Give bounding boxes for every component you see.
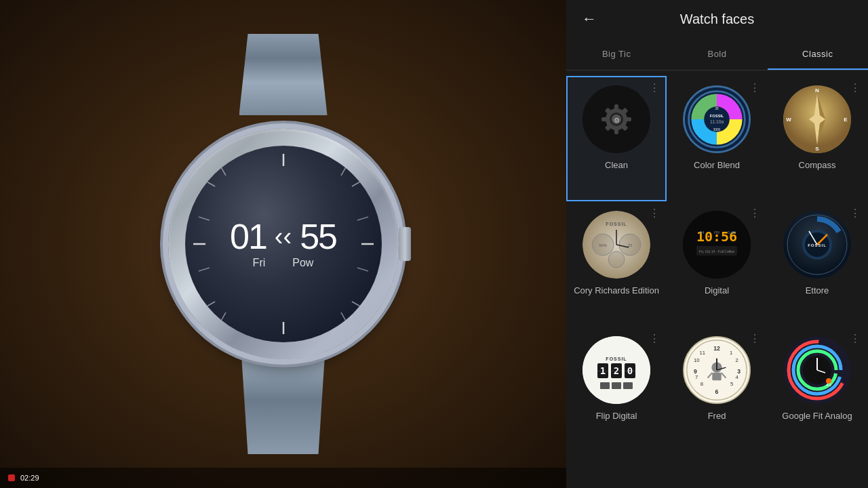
watch-preview-panel: 01 ‹‹ 55 Fri Pow 02:29: [0, 0, 566, 488]
svg-line-14: [199, 268, 210, 271]
more-menu-clean[interactable]: ⋮: [649, 83, 660, 94]
svg-text:FOSSIL: FOSSIL: [606, 357, 627, 361]
right-panel: ← Watch faces Big Tic Bold Classic ⋮: [566, 0, 868, 488]
more-menu-googlefit[interactable]: ⋮: [850, 333, 861, 344]
faces-grid: ⋮: [566, 70, 868, 488]
more-menu-color-blend[interactable]: ⋮: [749, 83, 760, 94]
watch-hour: 01: [230, 219, 267, 254]
more-menu-fred[interactable]: ⋮: [749, 333, 760, 344]
svg-text:1: 1: [600, 365, 606, 376]
svg-point-48: [608, 251, 625, 268]
face-cell-flip[interactable]: ⋮ FOSSIL 1 2 0: [566, 327, 667, 452]
svg-text:6: 6: [715, 388, 719, 395]
face-thumb-digital: 10:56 Fri, Oct 14 - Full Coffee 24 FRI 1…: [683, 211, 751, 279]
watch-time-display: 01 ‹‹ 55 Fri Pow: [230, 219, 336, 269]
face-cell-fred[interactable]: ⋮ 12 6 3 9 1 2 11 10 8: [667, 327, 767, 452]
svg-line-8: [205, 302, 215, 307]
svg-rect-80: [623, 382, 633, 389]
tab-bar: Big Tic Bold Classic: [566, 38, 868, 70]
svg-text:12: 12: [713, 345, 720, 352]
grid-row-1: ⋮: [566, 76, 868, 201]
svg-text:Fri, Oct 14 - Full Coffee: Fri, Oct 14 - Full Coffee: [699, 249, 734, 253]
watch-day: Fri: [253, 257, 266, 269]
face-cell-color-blend[interactable]: ⋮ FOSSIL 11:10a: [667, 76, 767, 201]
svg-line-5: [341, 166, 347, 176]
face-cell-cory[interactable]: ⋮ FOSSIL: [566, 201, 667, 327]
face-thumb-fred: 12 6 3 9 1 2 11 10 8 7 5 4: [683, 336, 751, 404]
svg-rect-21: [601, 117, 608, 121]
svg-text:26: 26: [715, 107, 719, 110]
svg-line-15: [357, 268, 368, 271]
svg-text:E: E: [844, 117, 848, 123]
face-cell-ettore[interactable]: ⋮: [767, 201, 867, 327]
svg-rect-20: [614, 127, 618, 134]
svg-text:5: 5: [730, 381, 733, 387]
face-name-ettore: Ettore: [806, 285, 829, 297]
more-menu-compass[interactable]: ⋮: [850, 83, 861, 94]
svg-text:50%: 50%: [599, 243, 608, 247]
more-menu-ettore[interactable]: ⋮: [850, 208, 861, 219]
face-thumb-ettore: FOSSIL: [783, 211, 851, 279]
face-cell-googlefit[interactable]: ⋮ 43: [767, 327, 867, 452]
svg-text:1: 1: [730, 350, 732, 356]
watch-image: 01 ‹‹ 55 Fri Pow: [87, 27, 480, 461]
face-thumb-flip: FOSSIL 1 2 0: [583, 336, 650, 404]
svg-text:11:10a: 11:10a: [710, 119, 724, 124]
svg-text:FRI: FRI: [714, 230, 719, 235]
face-cell-digital[interactable]: ⋮ 10:56 Fri, Oct 14 - Full Coffee 24 FRI…: [667, 201, 767, 327]
svg-line-7: [352, 181, 361, 186]
svg-line-4: [220, 166, 226, 176]
svg-line-11: [341, 312, 347, 322]
svg-text:2: 2: [736, 357, 738, 363]
svg-text:11: 11: [700, 350, 706, 356]
more-menu-flip[interactable]: ⋮: [649, 333, 660, 344]
grid-row-3: ⋮ FOSSIL 1 2 0: [566, 327, 868, 452]
watch-case: 01 ‹‹ 55 Fri Pow: [168, 129, 399, 359]
page-title: Watch faces: [612, 12, 822, 27]
face-name-color-blend: Color Blend: [694, 160, 740, 171]
face-name-compass: Compass: [799, 160, 836, 171]
watch-crown: [399, 227, 411, 261]
svg-text:3000: 3000: [713, 128, 721, 131]
svg-text:⚙: ⚙: [614, 117, 620, 124]
svg-text:24: 24: [700, 230, 705, 235]
notification-dot: [8, 474, 15, 481]
svg-point-53: [683, 211, 751, 279]
face-thumb-color-blend: FOSSIL 11:10a 26 3000: [683, 85, 751, 153]
svg-text:S: S: [815, 146, 819, 152]
watch-screen: 01 ‹‹ 55 Fri Pow: [185, 146, 382, 342]
svg-line-6: [205, 181, 215, 186]
svg-text:2: 2: [614, 365, 619, 376]
svg-text:22: 22: [628, 243, 633, 247]
svg-text:W: W: [786, 117, 791, 123]
face-cell-compass[interactable]: ⋮: [767, 76, 867, 201]
notification-time: 02:29: [20, 474, 39, 482]
header: ← Watch faces: [566, 0, 868, 38]
back-button[interactable]: ←: [577, 7, 601, 31]
tab-classic[interactable]: Classic: [768, 38, 868, 70]
svg-text:7: 7: [695, 374, 698, 380]
face-cell-clean[interactable]: ⋮: [566, 76, 667, 201]
svg-rect-79: [612, 382, 621, 389]
svg-text:1:45: 1:45: [728, 230, 736, 235]
svg-rect-22: [625, 117, 631, 121]
face-name-cory: Cory Richards Edition: [574, 285, 659, 297]
svg-rect-19: [614, 104, 618, 111]
svg-text:FOSSIL: FOSSIL: [710, 114, 724, 118]
face-name-fred: Fred: [708, 411, 726, 422]
face-thumb-clean: ⚙: [583, 85, 650, 153]
watch-power: Pow: [292, 257, 313, 269]
svg-text:10: 10: [694, 357, 700, 363]
face-name-flip: Flip Digital: [596, 411, 637, 422]
svg-line-9: [352, 302, 361, 307]
face-name-googlefit: Google Fit Analog: [782, 411, 852, 422]
tab-big-tic[interactable]: Big Tic: [566, 38, 667, 70]
back-arrow-icon: ←: [582, 10, 597, 28]
more-menu-digital[interactable]: ⋮: [749, 208, 760, 219]
watch-band-top: [239, 34, 328, 115]
tab-bold[interactable]: Bold: [667, 38, 767, 70]
watch-minutes: 55: [300, 219, 336, 254]
grid-row-2: ⋮ FOSSIL: [566, 201, 868, 327]
more-menu-cory[interactable]: ⋮: [649, 208, 660, 219]
svg-line-12: [199, 217, 210, 220]
